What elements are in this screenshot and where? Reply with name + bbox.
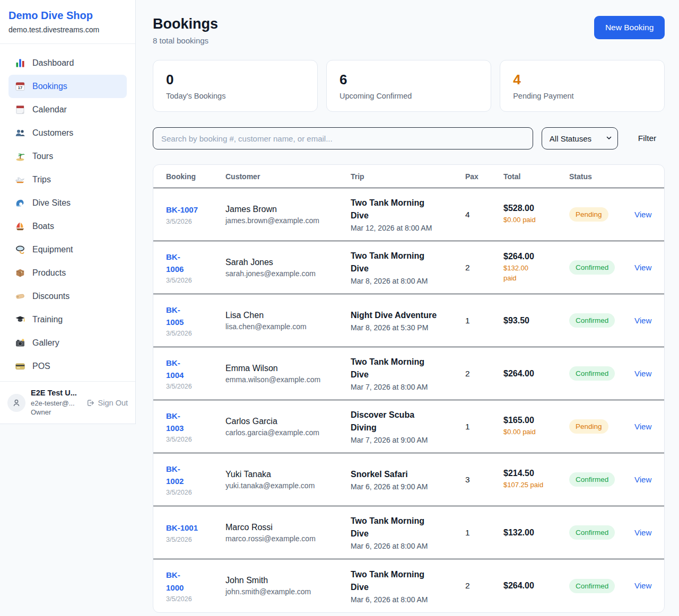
booking-date: 3/5/2026 [166, 595, 225, 603]
status-badge: Confirmed [569, 313, 615, 328]
sidebar-item-gallery[interactable]: Gallery [8, 331, 127, 355]
sidebar-item-products[interactable]: Products [8, 261, 127, 285]
booking-id-link[interactable]: BK- 1000 [166, 569, 184, 594]
customer-email: marco.rossi@example.com [225, 534, 351, 543]
pax-count: 4 [465, 210, 503, 219]
sidebar-item-dashboard[interactable]: Dashboard [8, 51, 127, 75]
customer-name: Sarah Jones [225, 258, 351, 267]
sidebar-item-label: Tours [32, 152, 53, 161]
booking-date: 3/5/2026 [166, 330, 225, 337]
sidebar-item-label: Training [32, 315, 63, 324]
svg-text:17: 17 [18, 85, 22, 90]
dive-mask-icon [15, 244, 25, 255]
sidebar-item-discounts[interactable]: Discounts [8, 285, 127, 308]
booking-id-link[interactable]: BK- 1004 [166, 357, 184, 382]
stat-label: Pending Payment [513, 92, 651, 100]
trip-datetime: Mar 12, 2026 at 8:00 AM [351, 224, 465, 232]
sidebar-item-label: Equipment [32, 245, 73, 254]
view-link[interactable]: View [634, 581, 651, 590]
pax-count: 1 [465, 422, 503, 432]
customer-email: sarah.jones@example.com [225, 269, 351, 278]
column-header-pax: Pax [465, 172, 503, 181]
sidebar-item-label: Gallery [32, 338, 59, 348]
status-filter-select[interactable]: All Statuses [542, 127, 618, 149]
status-badge: Pending [569, 419, 608, 434]
trip-name: Two Tank Morning Dive [351, 568, 465, 594]
booking-id-link[interactable]: BK- 1003 [166, 410, 184, 435]
view-link[interactable]: View [634, 316, 651, 325]
sidebar-item-trips[interactable]: Trips [8, 168, 127, 191]
calendar-pad-icon [15, 104, 25, 115]
customer-name: Marco Rossi [225, 523, 351, 532]
sidebar-item-label: Calendar [32, 105, 67, 115]
speedboat-icon [15, 174, 25, 185]
table-row: BK- 10023/5/2026Yuki Tanakayuki.tanaka@e… [153, 453, 664, 506]
view-link[interactable]: View [634, 475, 651, 484]
page-subtitle: 8 total bookings [153, 36, 218, 45]
view-link[interactable]: View [634, 528, 651, 537]
table-row: BK- 10063/5/2026Sarah Jonessarah.jones@e… [153, 241, 664, 294]
shop-domain: demo.test.divestreams.com [8, 25, 127, 34]
customer-email: yuki.tanaka@example.com [225, 481, 351, 490]
filter-button[interactable]: Filter [635, 133, 659, 144]
stat-label: Upcoming Confirmed [340, 92, 478, 100]
status-badge: Confirmed [569, 525, 615, 540]
total-amount: $132.00 [503, 528, 569, 538]
sidebar-item-label: Customers [32, 128, 73, 138]
sidebar-item-bookings[interactable]: 17Bookings [8, 75, 127, 98]
status-badge: Confirmed [569, 472, 615, 487]
booking-id-link[interactable]: BK-1001 [166, 522, 198, 534]
table-row: BK- 10053/5/2026Lisa Chenlisa.chen@examp… [153, 294, 664, 347]
booking-id-link[interactable]: BK- 1006 [166, 251, 184, 276]
new-booking-button[interactable]: New Booking [594, 16, 665, 39]
view-link[interactable]: View [634, 369, 651, 378]
sidebar-item-label: Discounts [32, 292, 69, 301]
stat-value: 0 [166, 72, 304, 88]
status-badge: Confirmed [569, 260, 615, 275]
view-link[interactable]: View [634, 263, 651, 272]
pax-count: 1 [465, 316, 503, 325]
customer-email: james.brown@example.com [225, 216, 351, 225]
sidebar-item-customers[interactable]: Customers [8, 121, 127, 145]
booking-date: 3/5/2026 [166, 277, 225, 284]
sidebar-item-dive-sites[interactable]: Dive Sites [8, 191, 127, 215]
sidebar-item-calendar[interactable]: Calendar [8, 98, 127, 121]
sidebar-item-equipment[interactable]: Equipment [8, 238, 127, 261]
table-body: BK-10073/5/2026James Brownjames.brown@ex… [153, 188, 664, 612]
paid-amount: $132.00 paid [503, 263, 569, 284]
sidebar-item-pos[interactable]: POS [8, 355, 127, 378]
sign-out-button[interactable]: Sign Out [85, 398, 128, 408]
booking-id-link[interactable]: BK- 1005 [166, 304, 184, 329]
search-input[interactable] [153, 127, 533, 149]
trip-name: Night Dive Adventure [351, 309, 465, 322]
booking-date: 3/5/2026 [166, 436, 225, 443]
package-icon [15, 268, 25, 278]
trip-name: Two Tank Morning Dive [351, 515, 465, 540]
booking-id-link[interactable]: BK- 1002 [166, 463, 184, 488]
trip-name: Discover Scuba Diving [351, 409, 465, 434]
calendar-date-icon: 17 [15, 81, 25, 92]
customer-email: lisa.chen@example.com [225, 322, 351, 331]
pax-count: 1 [465, 528, 503, 538]
view-link[interactable]: View [634, 210, 651, 219]
trip-name: Two Tank Morning Dive [351, 197, 465, 222]
sidebar-item-tours[interactable]: Tours [8, 145, 127, 168]
wave-icon [15, 198, 25, 208]
trip-datetime: Mar 8, 2026 at 8:00 AM [351, 277, 465, 285]
paid-amount: $0.00 paid [503, 215, 569, 225]
sidebar-item-boats[interactable]: Boats [8, 215, 127, 238]
user-role: Owner [31, 408, 80, 417]
pax-count: 3 [465, 475, 503, 485]
sign-out-label: Sign Out [98, 399, 128, 407]
sidebar: Demo Dive Shop demo.test.divestreams.com… [0, 0, 136, 424]
sidebar-nav: Dashboard17BookingsCalendarCustomersTour… [0, 44, 135, 381]
sidebar-item-training[interactable]: Training [8, 308, 127, 331]
booking-date: 3/5/2026 [166, 383, 225, 390]
view-link[interactable]: View [634, 422, 651, 431]
customer-email: emma.wilson@example.com [225, 375, 351, 384]
graduation-cap-icon [15, 314, 25, 325]
customer-name: Emma Wilson [225, 364, 351, 373]
booking-id-link[interactable]: BK-1007 [166, 204, 198, 216]
customer-email: john.smith@example.com [225, 587, 351, 596]
table-header-row: BookingCustomerTripPaxTotalStatus [153, 165, 664, 188]
